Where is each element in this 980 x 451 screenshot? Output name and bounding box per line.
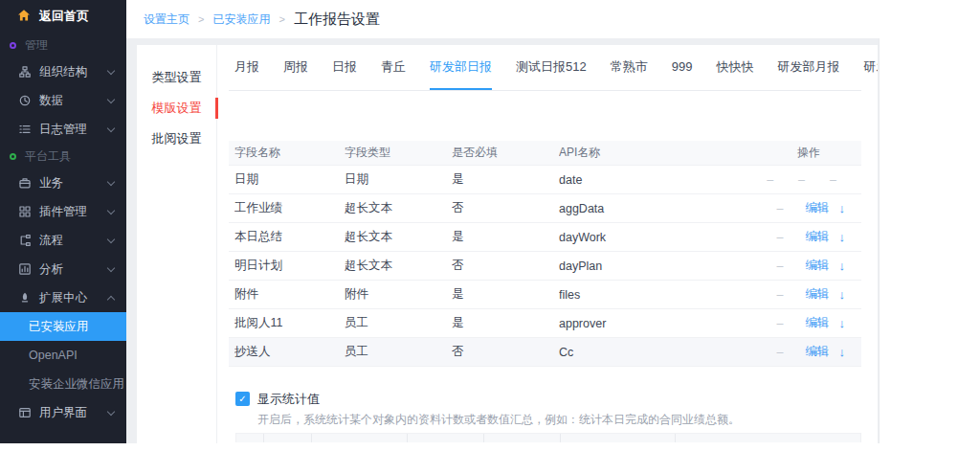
edit-button[interactable]: 编辑 [806,344,830,360]
edit-button[interactable]: 编辑 [806,286,830,303]
stat-section: ✓ 显示统计值 开启后，系统统计某个对象内的资料计数或者数值汇总，例如：统计本日… [229,391,861,428]
field-type-cell: 超长文本 [345,229,452,245]
field-type-cell: 超长文本 [345,258,452,274]
api-name-cell: date [559,173,756,187]
sidebar-section-管理: 管理 [0,33,126,57]
analysis-icon [19,263,32,276]
edit-button[interactable]: 编辑 [806,315,830,331]
home-icon [17,9,31,25]
ops-placeholder-dash: – [777,202,784,215]
field-name-cell: 日期 [234,171,345,188]
tab-月报[interactable]: 月报 [234,45,259,90]
settings-menu-item-批阅设置[interactable]: 批阅设置 [137,124,216,154]
settings-card: 类型设置模版设置批阅设置 月报周报日报青丘研发部日报测试日报512常熟市999快… [137,45,878,443]
stat-row: ✓ 显示统计值 [235,391,861,407]
chevron-down-icon [107,66,115,74]
plugin-icon [19,206,32,218]
topbar: 设置主页>已安装应用>工作报告设置 [126,0,980,38]
back-home-button[interactable]: 返回首页 [0,0,126,33]
edit-button[interactable]: 编辑 [806,200,830,216]
sidebar-item-组织结构[interactable]: 组织结构 [0,57,126,86]
chevron-down-icon [107,124,115,131]
sidebar-subitem-已安装应用[interactable]: 已安装应用 [0,312,126,341]
tab-研发部日报[interactable]: 研发部日报 [430,45,492,90]
check-icon: ✓ [238,395,246,404]
sidebar-item-label: 日志管理 [39,122,100,138]
ops-placeholder-dash: – [777,346,784,359]
sidebar-item-label: 业务 [39,175,100,192]
column-header-字段类型: 字段类型 [345,145,452,161]
sidebar-item-label: 数据 [39,93,100,109]
breadcrumb-link[interactable]: 设置主页 [144,11,189,28]
sidebar: 返回首页 管理组织结构数据日志管理平台工具业务插件管理流程分析扩展中心已安装应用… [0,0,126,443]
api-name-cell: approver [559,317,756,330]
section-label: 管理 [25,37,48,54]
ops-cell: –编辑↓ [756,315,861,331]
stat-label: 显示统计值 [257,391,320,408]
ops-cell: –编辑↓ [756,200,861,216]
tab-999[interactable]: 999 [672,45,693,90]
chevron-down-icon [107,235,115,242]
api-name-cell: dayPlan [559,259,756,273]
next-table-partial-header [235,433,861,442]
tab-青丘[interactable]: 青丘 [381,45,406,90]
sidebar-item-label: 插件管理 [39,204,100,220]
tab-快快快[interactable]: 快快快 [716,45,753,90]
sidebar-item-日志管理[interactable]: 日志管理 [0,115,126,144]
arrow-down-icon[interactable]: ↓ [839,230,846,244]
sidebar-item-label: 扩展中心 [39,290,100,306]
tab-测试日报512[interactable]: 测试日报512 [516,45,587,90]
field-type-cell: 超长文本 [345,200,452,216]
required-cell: 是 [452,286,559,303]
settings-menu-item-类型设置[interactable]: 类型设置 [137,62,216,93]
breadcrumb-separator: > [198,13,204,25]
tab-日报[interactable]: 日报 [332,45,357,90]
sidebar-item-插件管理[interactable]: 插件管理 [0,197,126,226]
sidebar-item-label: 分析 [39,261,100,278]
ops-placeholder-dash: – [767,173,773,187]
tab-研发部月报[interactable]: 研发部月报 [777,45,839,90]
chevron-down-icon [107,407,115,415]
api-name-cell: dayWork [559,231,756,244]
right-gutter [879,38,980,443]
table-row-date: 日期日期是date––– [229,166,861,194]
arrow-down-icon[interactable]: ↓ [839,287,846,302]
required-cell: 是 [452,171,559,188]
arrow-down-icon[interactable]: ↓ [839,201,846,215]
ops-placeholder-dash: – [777,288,784,302]
report-type-tabs: 月报周报日报青丘研发部日报测试日报512常熟市999快快快研发部月报研发部周报 [229,45,861,91]
sidebar-menu: 管理组织结构数据日志管理平台工具业务插件管理流程分析扩展中心已安装应用OpenA… [0,33,126,427]
show-stat-checkbox[interactable]: ✓ [235,392,250,406]
sidebar-item-流程[interactable]: 流程 [0,226,126,255]
edit-button[interactable]: 编辑 [806,229,830,245]
arrow-down-icon[interactable]: ↓ [839,259,846,273]
sidebar-item-用户界面[interactable]: 用户界面 [0,398,126,427]
settings-menu: 类型设置模版设置批阅设置 [137,45,217,443]
section-label: 平台工具 [25,148,71,165]
tab-常熟市[interactable]: 常熟市 [611,45,648,90]
breadcrumb-link[interactable]: 已安装应用 [212,11,270,28]
settings-menu-item-模版设置[interactable]: 模版设置 [137,93,216,124]
ops-placeholder-dash: – [830,173,836,187]
arrow-down-icon[interactable]: ↓ [839,345,846,359]
table-row-dayPlan: 明日计划超长文本否dayPlan–编辑↓ [229,252,861,281]
edit-button[interactable]: 编辑 [806,258,830,274]
table-row-aggData: 工作业绩超长文本否aggData–编辑↓ [229,194,861,223]
tab-周报[interactable]: 周报 [283,45,308,90]
business-icon [19,177,32,190]
data-icon [19,95,32,107]
sidebar-item-扩展中心[interactable]: 扩展中心 [0,283,126,312]
breadcrumb-separator: > [278,13,284,25]
chevron-down-icon [107,263,115,271]
tab-研发部周报[interactable]: 研发部周报 [863,45,878,90]
stat-description: 开启后，系统统计某个对象内的资料计数或者数值汇总，例如：统计本日完成的合同业绩总… [257,412,861,428]
sidebar-item-业务[interactable]: 业务 [0,169,126,197]
ops-cell: –编辑↓ [756,344,861,360]
ring-icon [10,42,16,49]
sidebar-item-分析[interactable]: 分析 [0,255,126,283]
chevron-down-icon [107,177,115,185]
sidebar-subitem-安装企业微信应用[interactable]: 安装企业微信应用 [0,370,126,398]
sidebar-item-数据[interactable]: 数据 [0,86,126,115]
sidebar-subitem-OpenAPI[interactable]: OpenAPI [0,341,126,370]
arrow-down-icon[interactable]: ↓ [839,316,846,330]
